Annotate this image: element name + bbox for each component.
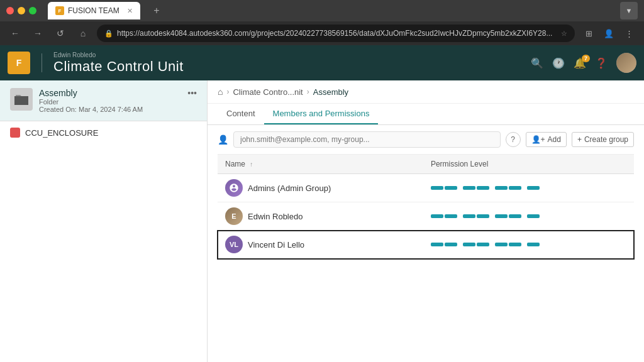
lock-icon: 🔒 <box>104 30 113 38</box>
home-button[interactable]: ⌂ <box>74 25 92 42</box>
folder-more-button[interactable]: ••• <box>187 88 197 98</box>
plus-icon: + <box>577 135 582 144</box>
members-search-input[interactable] <box>240 135 494 144</box>
sidebar-folder-item[interactable]: Assembly Folder Created On: Mar 4, 2024 … <box>0 80 207 121</box>
forward-button[interactable]: → <box>29 25 47 42</box>
tab-content[interactable]: Content <box>218 104 264 124</box>
app-logo: F <box>8 52 30 74</box>
bookmark-icon[interactable]: ☆ <box>561 30 567 38</box>
folder-date: Created On: Mar 4, 2024 7:46 AM <box>39 106 181 113</box>
perm-bar <box>445 243 457 246</box>
tab-close-button[interactable]: ✕ <box>127 7 133 15</box>
header-divider <box>42 53 42 72</box>
folder-info: Assembly Folder Created On: Mar 4, 2024 … <box>39 88 181 113</box>
search-icon[interactable]: 🔍 <box>531 57 543 69</box>
members-panel: 👤 ? 👤+ Add + Create group <box>208 125 644 259</box>
perm-bar <box>477 186 489 190</box>
perm-bar <box>431 214 443 218</box>
perm-bar <box>431 243 443 246</box>
breadcrumb-home-icon[interactable]: ⌂ <box>218 87 223 97</box>
help-icon[interactable]: ❓ <box>595 57 608 69</box>
perm-bar <box>445 186 457 190</box>
profile-button[interactable]: 👤 <box>600 25 618 42</box>
folder-icon <box>10 88 33 111</box>
browser-tab[interactable]: F FUSION TEAM ✕ <box>48 2 140 19</box>
settings-button[interactable]: ⋮ <box>620 25 638 42</box>
perm-bar <box>477 243 489 246</box>
browser-titlebar: F FUSION TEAM ✕ + ▼ <box>0 0 644 21</box>
user-subtitle: Edwin Robledo <box>53 52 184 58</box>
member-name: Vincent Di Lello <box>248 240 304 250</box>
tab-members-permissions[interactable]: Members and Permissions <box>264 104 379 124</box>
members-search-area[interactable] <box>233 131 501 148</box>
perm-bar <box>509 186 521 190</box>
perm-bar <box>463 214 475 218</box>
dot-maximize[interactable] <box>29 7 36 14</box>
enclosure-icon <box>10 128 20 138</box>
create-group-button[interactable]: + Create group <box>572 132 634 147</box>
notification-bell[interactable]: 🔔 7 <box>574 57 586 69</box>
new-tab-button[interactable]: + <box>148 2 165 19</box>
col-name-header: Name ↑ <box>218 155 423 174</box>
sidebar: Assembly Folder Created On: Mar 4, 2024 … <box>0 80 208 362</box>
tabs: Content Members and Permissions <box>208 104 644 125</box>
toolbar-icons: ⊞ 👤 ⋮ <box>580 25 638 42</box>
member-name-cell: Admins (Admin Group) <box>218 174 423 202</box>
perm-bar <box>495 186 508 190</box>
app-header: F Edwin Robledo Climate Control Unit 🔍 🕐… <box>0 45 644 80</box>
members-table: Name ↑ Permission Level Admins (Admin Gr… <box>218 155 634 259</box>
browser-toolbar: ← → ↺ ⌂ 🔒 https://autodesk4084.autodesk3… <box>0 21 644 45</box>
col-permission-header: Permission Level <box>423 155 634 174</box>
notification-count: 7 <box>582 55 590 62</box>
perm-bar <box>431 186 443 190</box>
back-button[interactable]: ← <box>6 25 24 42</box>
project-title: Climate Control Unit <box>53 58 184 75</box>
app-header-title-area: Edwin Robledo Climate Control Unit <box>53 52 184 75</box>
add-button[interactable]: 👤+ Add <box>526 132 567 147</box>
breadcrumb-sep-1: › <box>226 87 229 96</box>
table-row[interactable]: Admins (Admin Group) <box>218 174 634 202</box>
member-avatar: E <box>225 207 243 225</box>
url-text: https://autodesk4084.autodesk360.com/g/p… <box>117 29 557 38</box>
member-name-cell: VL Vincent Di Lello <box>218 231 423 259</box>
permission-bars <box>431 186 626 190</box>
permission-bars <box>431 214 626 218</box>
right-panel: ⌂ › Climate Contro...nit › Assembly Cont… <box>208 80 644 362</box>
members-icon: 👤 <box>218 134 228 145</box>
help-circle-icon[interactable]: ? <box>506 132 521 147</box>
perm-bar <box>445 214 457 218</box>
app-container: F Edwin Robledo Climate Control Unit 🔍 🕐… <box>0 45 644 362</box>
perm-bar <box>495 214 508 218</box>
perm-bar <box>477 214 489 218</box>
browser-ext-button[interactable]: ▼ <box>620 2 638 19</box>
sidebar-item-enclosure[interactable]: CCU_ENCLOSURE <box>0 121 207 144</box>
breadcrumb-current: Assembly <box>313 87 348 97</box>
refresh-button[interactable]: ↺ <box>52 25 69 42</box>
sort-icon[interactable]: ↑ <box>250 161 253 168</box>
member-avatar: VL <box>225 236 243 253</box>
extensions-button[interactable]: ⊞ <box>580 25 597 42</box>
folder-name: Assembly <box>39 88 181 98</box>
dot-minimize[interactable] <box>18 7 25 14</box>
enclosure-label: CCU_ENCLOSURE <box>25 128 98 138</box>
add-person-icon: 👤+ <box>531 135 545 144</box>
member-avatar <box>225 179 243 197</box>
table-row[interactable]: E Edwin Robledo <box>218 202 634 231</box>
avatar-image <box>616 53 636 73</box>
clock-icon[interactable]: 🕐 <box>552 57 565 69</box>
tab-favicon: F <box>55 6 64 15</box>
members-toolbar: 👤 ? 👤+ Add + Create group <box>218 125 634 155</box>
member-name: Admins (Admin Group) <box>248 184 331 193</box>
perm-bar <box>463 243 475 246</box>
table-header-row: Name ↑ Permission Level <box>218 155 634 174</box>
breadcrumb: ⌂ › Climate Contro...nit › Assembly <box>208 80 644 104</box>
breadcrumb-project-link[interactable]: Climate Contro...nit <box>233 87 303 97</box>
address-bar[interactable]: 🔒 https://autodesk4084.autodesk360.com/g… <box>97 25 575 42</box>
perm-bar <box>509 214 521 218</box>
user-avatar[interactable] <box>616 53 636 73</box>
permission-bars <box>431 243 626 246</box>
member-permission-cell <box>423 231 634 259</box>
perm-bar <box>527 214 540 218</box>
dot-close[interactable] <box>6 7 14 14</box>
table-row[interactable]: VL Vincent Di Lello <box>218 231 634 259</box>
